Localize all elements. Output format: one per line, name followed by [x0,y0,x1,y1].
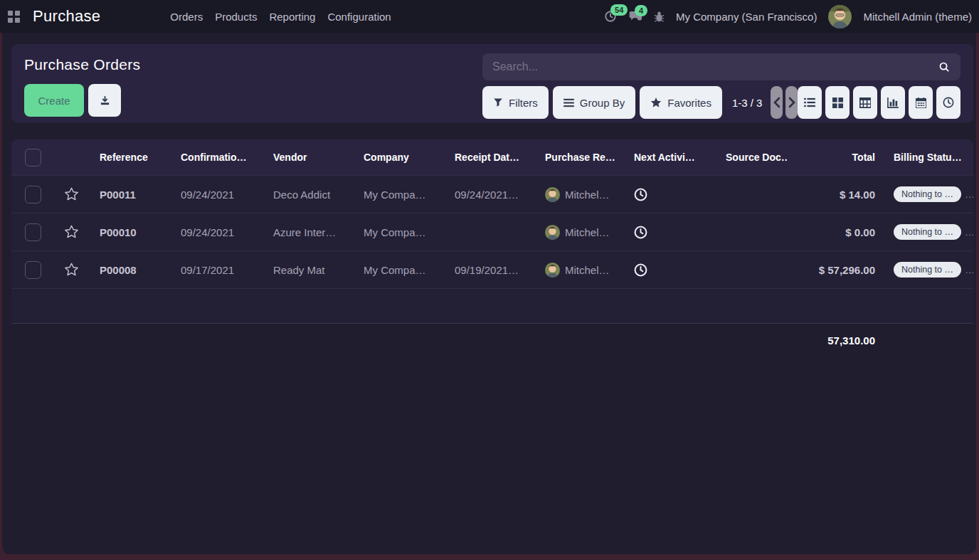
search-icon[interactable] [938,61,951,73]
header-billing-status[interactable]: Billing Statu… [879,152,973,163]
cell-vendor: Deco Addict [262,189,352,201]
header-reference[interactable]: Reference [89,152,169,163]
menu-orders[interactable]: Orders [169,8,204,26]
apps-menu-icon[interactable] [4,7,23,26]
cell-next-activity[interactable] [623,188,712,201]
main-menu: Orders Products Reporting Configuration [169,8,392,26]
view-switcher [798,86,961,119]
cell-confirmation-date: 09/24/2021 [169,189,262,201]
header-vendor[interactable]: Vendor [262,152,352,163]
view-graph-button[interactable] [881,86,905,119]
row-star-toggle[interactable] [53,187,89,201]
graph-view-icon [887,97,899,108]
search-input[interactable] [492,60,938,73]
overflow-ellipsis: … [965,226,973,238]
rep-avatar [545,263,560,278]
cell-reference: P00008 [89,264,169,276]
cell-billing-status: Nothing to … … [879,224,973,240]
view-pivot-button[interactable] [853,86,877,119]
row-star-toggle[interactable] [53,263,89,277]
app-title[interactable]: Purchase [33,7,100,26]
menu-products[interactable]: Products [213,8,258,26]
list-view-icon [804,97,815,107]
cell-confirmation-date: 09/24/2021 [169,226,262,238]
pager-next-button[interactable] [785,86,798,119]
cell-confirmation-date: 09/17/2021 [169,264,262,276]
cell-next-activity[interactable] [623,226,712,239]
star-outline-icon [64,187,79,201]
company-switcher[interactable]: My Company (San Francisco) [676,11,817,23]
cell-reference: P00011 [89,189,169,201]
header-company[interactable]: Company [352,152,443,163]
overflow-ellipsis: … [965,264,973,275]
cell-billing-status: Nothing to … … [879,262,973,278]
create-button[interactable]: Create [24,84,84,117]
total-sum: 57,310.00 [787,334,879,347]
table-footer: 57,310.00 [11,324,973,356]
view-activity-button[interactable] [936,86,961,119]
table-row[interactable]: P00010 09/24/2021 Azure Inter… My Compa…… [11,213,973,250]
purchase-orders-list: Reference Confirmatio… Vendor Company Re… [11,139,973,356]
cell-purchase-rep: Mitchel… [534,187,623,202]
select-all-checkbox[interactable] [25,149,41,167]
row-checkbox[interactable] [25,223,41,241]
view-list-button[interactable] [798,86,822,119]
filters-button[interactable]: Filters [482,86,549,119]
cell-vendor: Azure Inter… [262,226,352,238]
action-buttons: Create [24,84,482,117]
group-by-button[interactable]: Group By [553,86,635,119]
table-row[interactable]: P00011 09/24/2021 Deco Addict My Compa… … [11,175,973,213]
avatar-image [828,5,852,28]
cell-company: My Compa… [352,189,443,201]
header-confirmation-date[interactable]: Confirmatio… [169,152,262,163]
favorites-label: Favorites [667,97,711,109]
activities-tray-button[interactable]: 54 [604,10,617,23]
top-navbar: Purchase Orders Products Reporting Confi… [0,0,979,33]
search-bar[interactable] [482,53,961,80]
cell-total: $ 14.00 [787,189,879,201]
star-outline-icon [64,263,79,277]
rep-name: Mitchel… [565,264,610,276]
view-kanban-button[interactable] [825,86,850,119]
rep-avatar [545,225,560,240]
header-source-document[interactable]: Source Doc… [712,152,787,163]
overflow-ellipsis: … [965,189,973,200]
menu-reporting[interactable]: Reporting [268,8,317,26]
menu-configuration[interactable]: Configuration [326,8,392,26]
header-total[interactable]: Total [787,152,879,163]
header-purchase-rep[interactable]: Purchase Re… [534,152,623,163]
rep-name: Mitchel… [565,189,610,201]
control-panel: Purchase Orders Create [11,44,973,122]
header-next-activity[interactable]: Next Activi… [623,152,712,163]
header-receipt-date[interactable]: Receipt Dat… [443,152,534,163]
user-avatar[interactable] [828,5,852,28]
activity-clock-icon [634,263,647,277]
favorites-button[interactable]: Favorites [640,86,722,119]
cell-company: My Compa… [352,264,443,276]
cell-billing-status: Nothing to … … [879,186,973,202]
main-content: Purchase Orders Create [2,33,976,554]
chevron-left-icon [773,97,781,108]
control-panel-left: Purchase Orders Create [24,53,482,122]
pivot-view-icon [859,97,871,108]
table-row[interactable]: P00008 09/17/2021 Ready Mat My Compa… 09… [11,250,973,288]
pager-range: 1-3 / 3 [732,97,763,109]
systray: 54 4 My Company (San Francisco) [604,5,972,28]
user-menu[interactable]: Mitchell Admin (theme) [863,11,972,23]
row-star-toggle[interactable] [53,225,89,239]
row-checkbox[interactable] [25,261,41,279]
filter-toolbar: Filters Group By Favorites 1-3 [482,86,961,119]
view-calendar-button[interactable] [909,86,933,119]
cell-next-activity[interactable] [623,263,712,277]
cell-receipt-date: 09/19/2021… [443,264,534,276]
export-button[interactable] [88,84,121,117]
pager-previous-button[interactable] [771,86,783,119]
cell-reference: P00010 [89,226,169,238]
row-checkbox[interactable] [25,186,41,204]
activity-clock-icon [634,188,647,201]
debug-tray-button[interactable] [654,11,665,23]
bug-icon [654,11,665,23]
table-header: Reference Confirmatio… Vendor Company Re… [11,139,973,175]
messages-tray-button[interactable]: 4 [628,11,642,23]
cell-total: $ 0.00 [787,226,879,238]
